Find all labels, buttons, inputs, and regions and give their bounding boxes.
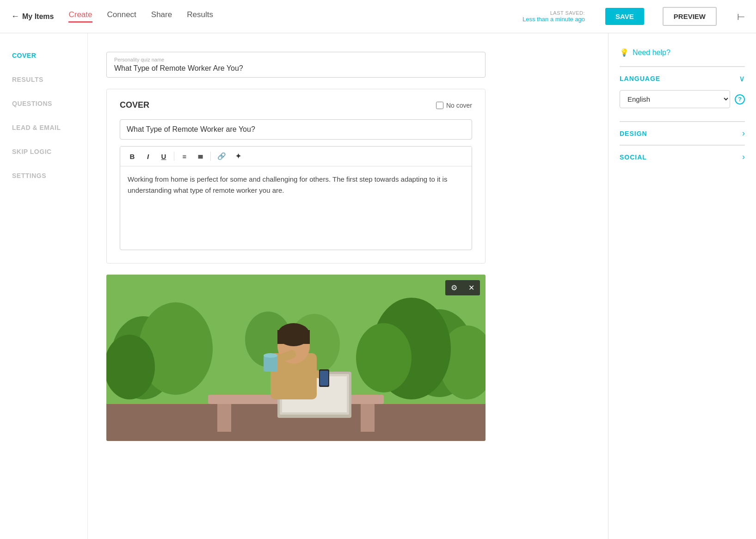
editor-toolbar: B I U ≡ ≣ 🔗 ✦ xyxy=(120,147,472,166)
bold-button[interactable]: B xyxy=(125,151,140,162)
editor-body-text: Working from home is perfect for some an… xyxy=(128,175,447,194)
svg-point-23 xyxy=(264,353,277,358)
bullet-list-button[interactable]: ≡ xyxy=(177,151,192,162)
sidebar-item-lead-email[interactable]: LEAD & EMAIL xyxy=(12,124,80,131)
language-chevron-icon: ∨ xyxy=(739,74,745,84)
content-area: Personality quiz name What Type of Remot… xyxy=(88,33,608,539)
design-section: DESIGN › xyxy=(620,121,745,145)
toolbar-divider-2 xyxy=(210,152,211,161)
social-section: SOCIAL › xyxy=(620,145,745,168)
italic-button[interactable]: I xyxy=(141,151,155,162)
svg-rect-26 xyxy=(320,371,328,386)
cover-title-input[interactable] xyxy=(120,119,472,140)
language-header[interactable]: LANGUAGE ∨ xyxy=(620,74,745,90)
quiz-name-wrapper: Personality quiz name What Type of Remot… xyxy=(106,52,486,78)
tools-icon[interactable]: ⊢ xyxy=(737,11,745,22)
language-select-row: English Spanish French German Portuguese… xyxy=(620,90,745,108)
social-chevron-icon: › xyxy=(742,152,745,162)
no-cover-text: No cover xyxy=(446,102,472,109)
right-sidebar: 💡 Need help? LANGUAGE ∨ English Spanish … xyxy=(608,33,756,539)
svg-rect-12 xyxy=(217,404,231,432)
image-section: ⚙ ✕ xyxy=(106,275,486,441)
need-help[interactable]: 💡 Need help? xyxy=(620,48,745,57)
magic-button[interactable]: ✦ xyxy=(231,150,246,162)
sidebar-item-settings[interactable]: SETTINGS xyxy=(12,172,80,179)
language-title: LANGUAGE xyxy=(620,75,660,82)
last-saved-time: Less than a minute ago xyxy=(522,16,585,23)
nav-connect[interactable]: Connect xyxy=(107,10,136,23)
svg-rect-20 xyxy=(277,330,310,344)
svg-rect-13 xyxy=(361,404,375,432)
cover-image-svg xyxy=(106,275,486,441)
quiz-name-label: Personality quiz name xyxy=(114,57,478,62)
editor-body[interactable]: Working from home is perfect for some an… xyxy=(120,166,472,250)
back-label: My Items xyxy=(22,12,54,21)
language-help-button[interactable]: ? xyxy=(735,94,745,104)
sidebar-item-skip-logic[interactable]: SKIP LOGIC xyxy=(12,148,80,155)
save-button[interactable]: SAVE xyxy=(605,8,644,25)
cover-card-header: COVER No cover xyxy=(120,100,472,110)
back-arrow-icon: ← xyxy=(11,12,19,21)
cover-image: ⚙ ✕ xyxy=(106,275,486,441)
sidebar-item-results[interactable]: RESULTS xyxy=(12,76,80,83)
cover-card-title: COVER xyxy=(120,100,149,110)
back-button[interactable]: ← My Items xyxy=(11,12,54,21)
preview-button[interactable]: PREVIEW xyxy=(663,7,717,26)
link-button[interactable]: 🔗 xyxy=(214,150,230,162)
image-settings-button[interactable]: ⚙ xyxy=(445,280,463,295)
language-section: LANGUAGE ∨ English Spanish French German… xyxy=(620,66,745,121)
left-sidebar: COVER RESULTS QUESTIONS LEAD & EMAIL SKI… xyxy=(0,33,88,539)
design-chevron-icon: › xyxy=(742,129,745,138)
underline-button[interactable]: U xyxy=(156,151,171,162)
numbered-list-button[interactable]: ≣ xyxy=(193,150,208,162)
svg-point-3 xyxy=(106,335,155,399)
nav-items: Create Connect Share Results xyxy=(68,10,213,23)
sidebar-item-cover[interactable]: COVER xyxy=(12,52,80,59)
toolbar-divider-1 xyxy=(174,152,174,161)
social-header[interactable]: SOCIAL › xyxy=(620,152,745,168)
social-title: SOCIAL xyxy=(620,153,647,161)
last-saved-label: LAST SAVED: xyxy=(522,10,585,16)
svg-rect-22 xyxy=(264,355,277,372)
main-layout: COVER RESULTS QUESTIONS LEAD & EMAIL SKI… xyxy=(0,33,756,539)
design-title: DESIGN xyxy=(620,130,647,137)
need-help-label: Need help? xyxy=(633,49,670,57)
no-cover-checkbox[interactable] xyxy=(436,102,443,109)
image-remove-button[interactable]: ✕ xyxy=(463,280,480,295)
nav-share[interactable]: Share xyxy=(151,10,172,23)
need-help-icon: 💡 xyxy=(620,48,629,57)
nav-results[interactable]: Results xyxy=(187,10,213,23)
language-content: English Spanish French German Portuguese… xyxy=(620,90,745,121)
top-nav: ← My Items Create Connect Share Results … xyxy=(0,0,756,33)
image-overlay-controls: ⚙ ✕ xyxy=(445,280,480,295)
help-circle-label: ? xyxy=(738,96,742,103)
nav-create[interactable]: Create xyxy=(68,10,92,23)
sidebar-item-questions[interactable]: QUESTIONS xyxy=(12,100,80,107)
design-header[interactable]: DESIGN › xyxy=(620,129,745,145)
no-cover-label[interactable]: No cover xyxy=(436,102,472,109)
editor-section: B I U ≡ ≣ 🔗 ✦ Working from home is perfe… xyxy=(120,146,472,250)
language-select[interactable]: English Spanish French German Portuguese xyxy=(620,90,730,108)
last-saved-block: LAST SAVED: Less than a minute ago xyxy=(522,10,585,23)
cover-card: COVER No cover B I U ≡ ≣ 🔗 xyxy=(106,89,486,263)
svg-point-7 xyxy=(356,323,412,392)
quiz-name-value: What Type of Remote Worker Are You? xyxy=(114,64,478,73)
